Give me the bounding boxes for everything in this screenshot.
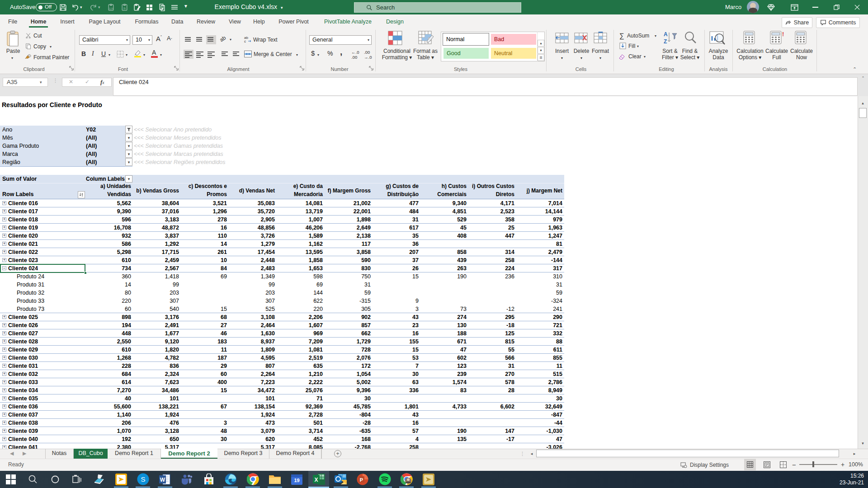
svg-text:c: c — [244, 39, 246, 43]
svg-text:A: A — [664, 31, 668, 38]
svg-text:W: W — [160, 477, 165, 483]
svg-text:Z: Z — [664, 38, 667, 44]
svg-text:P: P — [360, 477, 363, 483]
svg-text:19: 19 — [294, 478, 299, 483]
svg-text:!: ! — [782, 31, 784, 38]
svg-text:S: S — [141, 475, 145, 483]
svg-text:X: X — [314, 477, 318, 483]
svg-text:fx: fx — [123, 7, 126, 10]
svg-text:123: 123 — [109, 7, 113, 10]
